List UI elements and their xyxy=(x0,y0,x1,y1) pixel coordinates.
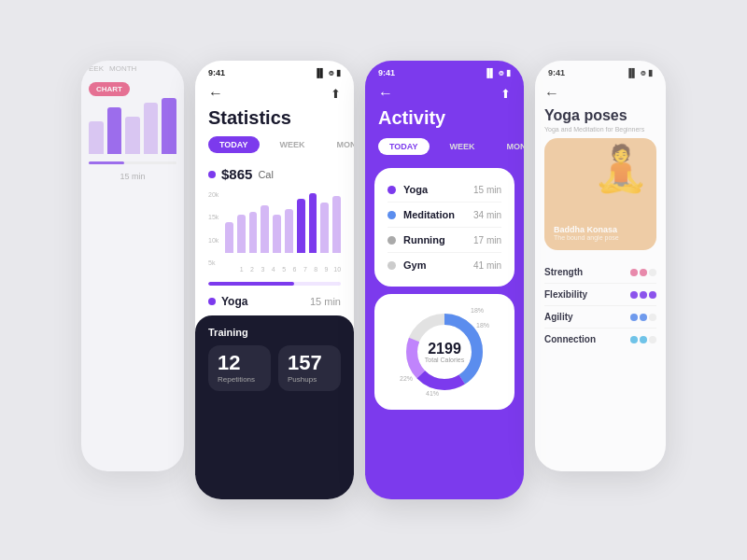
bar xyxy=(107,107,122,154)
donut-label: Total Calories xyxy=(425,357,464,363)
bar-chart: 20k 15k 10k 5k 1 2 3 4 xyxy=(195,188,354,278)
tab-today[interactable]: TODAY xyxy=(208,136,260,153)
screen3-title: Activity xyxy=(365,107,524,138)
screen1-chart xyxy=(81,102,184,158)
yoga-stats-list: Strength Flexibility Agility xyxy=(535,258,666,354)
screen1-time: 15 min xyxy=(81,168,184,185)
yoga-card-text: Baddha Konasa The bound angle pose xyxy=(554,225,619,241)
stat-dot xyxy=(649,314,656,321)
yoga-pose-card: 🧘 Baddha Konasa The bound angle pose xyxy=(544,138,656,250)
pushups-label: Pushups xyxy=(288,375,331,384)
wifi-icon: ⌾ xyxy=(641,68,645,77)
activity-left: Gym xyxy=(388,259,426,271)
status-icons: ▐▌ ⌾ ▮ xyxy=(314,68,341,77)
activity-item-meditation: Meditation 34 min xyxy=(388,203,501,228)
stat-row-flexibility: Flexibility xyxy=(544,284,656,306)
stat-row-agility: Agility xyxy=(544,306,656,329)
stat-row-strength: Strength xyxy=(544,261,656,284)
chart-bar xyxy=(285,209,293,253)
pushups-number: 157 xyxy=(288,353,331,373)
stat-dots-flexibility xyxy=(630,291,656,299)
tab-today-3[interactable]: TODAY xyxy=(378,138,430,155)
chart-bar xyxy=(237,215,246,253)
x-label: 9 xyxy=(323,266,330,273)
pose-name: Baddha Konasa xyxy=(554,225,619,234)
stat-name-agility: Agility xyxy=(544,312,573,322)
repetitions-number: 12 xyxy=(218,353,261,373)
bar xyxy=(144,103,159,154)
phone-screen-statistics: 9:41 ▐▌ ⌾ ▮ ← ⬆ Statistics TODAY WEEK MO… xyxy=(195,61,354,499)
tab-month[interactable]: MONTH xyxy=(326,136,354,153)
stat-dot xyxy=(640,314,647,321)
stat-dot xyxy=(649,291,656,299)
battery-icon: ▮ xyxy=(648,68,653,77)
donut-chart: 2199 Total Calories 18% 22% 41% 18% xyxy=(398,305,491,399)
chart-bar xyxy=(249,212,258,253)
x-label: 5 xyxy=(280,266,287,273)
yoga-figure-icon: 🧘 xyxy=(593,143,649,195)
stat-name-connection: Connection xyxy=(544,334,596,344)
activity-time: 17 min xyxy=(473,235,501,245)
activity-name: Gym xyxy=(403,259,426,271)
stat-name-flexibility: Flexibility xyxy=(544,289,587,300)
donut-center: 2199 Total Calories xyxy=(425,342,464,363)
activity-dot xyxy=(388,261,396,270)
yoga-time: 15 min xyxy=(310,296,341,307)
screen3-tabs: TODAY WEEK MONTH xyxy=(365,138,524,164)
activity-name: Running xyxy=(403,234,445,245)
chart-bar xyxy=(320,203,329,253)
yoga-label: Yoga xyxy=(221,295,247,308)
chart-bar xyxy=(273,215,281,253)
tab-month-3[interactable]: MONTH xyxy=(496,138,524,155)
back-button-4[interactable]: ← xyxy=(544,85,559,102)
x-label: 4 xyxy=(270,266,276,273)
status-bar-4: 9:41 ▐▌ ⌾ ▮ xyxy=(535,61,666,81)
progress-fill xyxy=(89,161,124,164)
calories-unit: Cal xyxy=(258,169,274,180)
back-button[interactable]: ← xyxy=(208,85,223,102)
screen2-header: ← ⬆ xyxy=(195,81,354,107)
activity-name: Yoga xyxy=(403,184,428,195)
activity-left: Meditation xyxy=(388,209,455,220)
stat-dots-connection xyxy=(630,336,656,343)
stat-row-connection: Connection xyxy=(544,329,656,350)
activity-left: Running xyxy=(388,234,445,245)
status-time-3: 9:41 xyxy=(378,68,395,77)
signal-icon: ▐▌ xyxy=(484,68,496,77)
back-button-3[interactable]: ← xyxy=(378,85,393,102)
bar xyxy=(162,98,176,154)
calories-dot xyxy=(208,171,216,178)
progress-fill xyxy=(208,282,294,286)
y-label: 15k xyxy=(208,214,218,220)
chart-button[interactable]: CHART xyxy=(89,82,130,96)
chart-bar-highlight xyxy=(309,193,317,253)
percent-18-right: 18% xyxy=(476,322,489,329)
tab-week-3[interactable]: WEEK xyxy=(439,138,486,155)
activity-time: 15 min xyxy=(473,185,501,195)
training-section: Training 12 Repetitions 157 Pushups xyxy=(195,315,354,499)
screen1-tab-month[interactable]: MONTH xyxy=(109,64,136,73)
percent-18-top: 18% xyxy=(471,307,484,314)
bars-container xyxy=(225,191,341,266)
y-label: 10k xyxy=(208,237,218,244)
stat-dot xyxy=(630,314,638,321)
screen3-header: ← ⬆ xyxy=(365,81,524,107)
status-bar-3: 9:41 ▐▌ ⌾ ▮ xyxy=(365,61,524,81)
screen1-tab-eek[interactable]: EEK xyxy=(89,64,104,73)
x-label: 2 xyxy=(248,266,255,273)
activity-name: Meditation xyxy=(403,209,455,220)
stat-dot xyxy=(630,269,638,276)
percent-41: 41% xyxy=(426,390,439,397)
y-label: 5k xyxy=(208,259,218,266)
battery-icon: ▮ xyxy=(336,68,341,77)
activity-dot xyxy=(388,236,396,245)
share-button-3[interactable]: ⬆ xyxy=(500,87,511,101)
training-card-pushups: 157 Pushups xyxy=(278,345,341,391)
tab-week[interactable]: WEEK xyxy=(269,136,317,153)
battery-icon: ▮ xyxy=(506,68,511,77)
status-time-4: 9:41 xyxy=(548,68,565,77)
share-button[interactable]: ⬆ xyxy=(331,87,341,101)
repetitions-label: Repetitions xyxy=(218,375,261,384)
training-cards: 12 Repetitions 157 Pushups xyxy=(208,345,341,391)
phone-screen-yoga: 9:41 ▐▌ ⌾ ▮ ← Yoga poses Yoga and Medita… xyxy=(535,61,666,471)
